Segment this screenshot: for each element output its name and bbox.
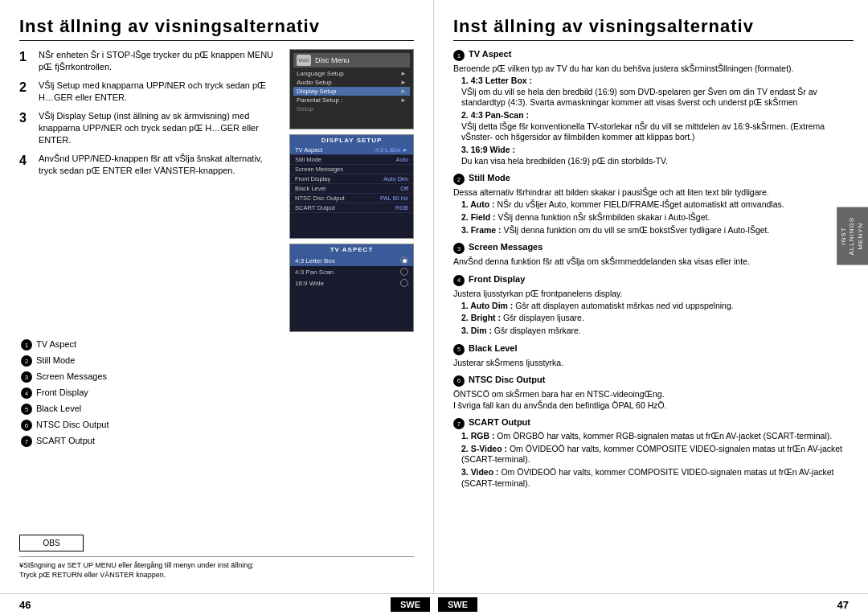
list-label-3: Screen Messages bbox=[36, 371, 414, 383]
section-1-intro: Beroende pŒ vilken typ av TV du har kan … bbox=[453, 63, 854, 74]
step-4-num: 4 bbox=[19, 153, 35, 178]
dvd-menu-topbar: DVD Disc Menu bbox=[293, 53, 410, 68]
section-3-intro: AnvŠnd denna funktion fšr att vŠlja om s… bbox=[453, 256, 854, 267]
setup-label: Setup bbox=[293, 105, 410, 113]
obs-label: OBS bbox=[43, 539, 59, 547]
section-2-heading: Still Mode bbox=[469, 173, 510, 182]
right-lang-badge: SWE bbox=[438, 597, 477, 612]
sub-2-3: 3. Frame : VŠlj denna funktion om du vil… bbox=[461, 225, 854, 236]
circle-r-6: 6 bbox=[453, 375, 465, 387]
list-label-6: NTSC Disc Output bbox=[36, 419, 414, 431]
section-5-heading: Black Level bbox=[469, 343, 518, 353]
section-still-mode: 2 Still Mode Dessa alternativ fšrhindrar… bbox=[453, 173, 854, 236]
sub-7-2: 2. S-Video : Om ÖVIDEOÖ har valts, komme… bbox=[461, 444, 854, 465]
ds-row-ntsc: NTSC Disc OutputPAL 60 Hz bbox=[290, 194, 413, 203]
circle-1: 1 bbox=[21, 339, 32, 351]
left-page-num: 46 bbox=[19, 599, 31, 611]
step-2-content: VŠlj Setup med knapparna UPP/NER och try… bbox=[39, 80, 281, 105]
circle-4: 4 bbox=[21, 387, 32, 399]
circle-7: 7 bbox=[21, 436, 32, 447]
left-lang-badge: SWE bbox=[391, 597, 430, 612]
ds-row-scart: SCART OutputRGB bbox=[290, 203, 413, 213]
step-1-content: NŠr enheten Šr i STOP-lŠge trycker du pŒ… bbox=[39, 49, 281, 74]
list-item-4: 4 Front Display bbox=[21, 387, 414, 399]
section-black-level: 5 Black Level Justerar skŠrmens ljusstyr… bbox=[453, 343, 854, 368]
obs-box: OBS bbox=[19, 535, 84, 551]
section-6-intro: ÖNTSCÖ om skŠrmen bara har en NTSC-video… bbox=[453, 388, 854, 400]
section-6-heading: NTSC Disc Output bbox=[469, 375, 545, 384]
section-3-heading: Screen Messages bbox=[469, 242, 542, 252]
menu-item-language: Language Setup► bbox=[293, 69, 410, 78]
sub-1-2: 2. 4:3 Pan-Scan :VŠlj detta lŠge fšr kon… bbox=[461, 110, 854, 143]
section-1-heading: TV Aspect bbox=[469, 49, 511, 59]
ds-row-tv-aspect: TV Aspect4:3 L-Box ► bbox=[290, 146, 413, 155]
ta-row-panscan: 4:3 Pan Scan bbox=[290, 266, 413, 277]
section-6-sub2: I švriga fall kan du anvŠnda den befintl… bbox=[453, 400, 854, 411]
page-footer: 46 SWE SWE 47 bbox=[0, 593, 868, 615]
section-tv-aspect: 1 TV Aspect Beroende pŒ vilken typ av TV… bbox=[453, 49, 854, 166]
radio-letterbox bbox=[400, 256, 408, 264]
footnote-line2: Tryck pŒ RETURN eller VÄNSTER knappen. bbox=[19, 570, 414, 580]
section-ntsc: 6 NTSC Disc Output ÖNTSCÖ om skŠrmen bar… bbox=[453, 375, 854, 411]
list-item-7: 7 SCART Output bbox=[21, 435, 414, 447]
menu-item-parental: Parental Setup :► bbox=[293, 96, 410, 105]
side-tab-text: INSTÄLLNINGSMENYN bbox=[840, 217, 864, 256]
sub-7-3: 3. Video : Om ÖVIDEOÖ har valts, kommer … bbox=[461, 467, 854, 489]
sub-4-1: 1. Auto Dim : Gšr att displayen automati… bbox=[461, 301, 854, 312]
right-title-inst: Inst bbox=[453, 16, 488, 36]
section-1-subs: 1. 4:3 Letter Box :VŠlj om du vill se he… bbox=[461, 76, 854, 166]
step-1: 1 NŠr enheten Šr i STOP-lŠge trycker du … bbox=[19, 49, 281, 74]
sub-1-3: 3. 16:9 Wide :Du kan visa hela bredbilde… bbox=[461, 145, 854, 166]
list-item-3: 3 Screen Messages bbox=[21, 371, 414, 383]
sub-4-2: 2. Bright : Gšr displayen ljusare. bbox=[461, 313, 854, 324]
circle-r-4: 4 bbox=[453, 275, 465, 286]
radio-panscan bbox=[400, 268, 408, 276]
section-2-intro: Dessa alternativ fšrhindrar att bilden s… bbox=[453, 187, 854, 198]
step-2: 2 VŠlj Setup med knapparna UPP/NER och t… bbox=[19, 80, 281, 105]
menu-item-display: Display Setup► bbox=[293, 87, 410, 96]
page-container: Inst ällning av visningsalternativ 1 NŠr… bbox=[0, 0, 868, 593]
circle-r-2: 2 bbox=[453, 174, 465, 185]
circle-r-3: 3 bbox=[453, 243, 465, 254]
circle-3: 3 bbox=[21, 371, 32, 383]
section-7-heading: SCART Output bbox=[469, 417, 530, 427]
ds-row-screen-messages: Screen Messages bbox=[290, 165, 413, 174]
section-4-intro: Justera ljusstyrkan pŒ frontpanelens dis… bbox=[453, 288, 854, 299]
circle-5: 5 bbox=[21, 404, 32, 415]
list-label-5: Black Level bbox=[36, 403, 414, 415]
section-4-heading: Front Display bbox=[469, 274, 525, 284]
right-content: 1 TV Aspect Beroende pŒ vilken typ av TV… bbox=[453, 49, 854, 580]
display-setup-screen: DISPLAY SETUP TV Aspect4:3 L-Box ► Still… bbox=[289, 134, 414, 239]
list-item-5: 5 Black Level bbox=[21, 403, 414, 415]
section-7-subs: 1. RGB : Om ÖRGBÖ har valts, kommer RGB-… bbox=[461, 431, 854, 489]
sub-2-1: 1. Auto : NŠr du vŠljer Auto, kommer FIE… bbox=[461, 199, 854, 211]
display-setup-title: DISPLAY SETUP bbox=[290, 135, 413, 146]
ta-row-letterbox: 4:3 Letter Box bbox=[290, 255, 413, 266]
right-page-num: 47 bbox=[837, 599, 849, 611]
left-title-rest: ällning av visningsalternativ bbox=[54, 16, 320, 36]
tv-aspect-title: TV ASPECT bbox=[290, 244, 413, 255]
list-item-6: 6 NTSC Disc Output bbox=[21, 419, 414, 431]
numbered-list: 1 TV Aspect 2 Still Mode 3 Screen Messag… bbox=[21, 338, 414, 451]
section-5-intro: Justerar skŠrmens ljusstyrka. bbox=[453, 357, 854, 368]
step-3-num: 3 bbox=[19, 110, 35, 147]
right-page: Inst ällning av visningsalternativ 1 TV … bbox=[434, 0, 868, 593]
right-title-rest: ällning av visningsalternativ bbox=[488, 16, 754, 36]
footnote-line1: ¥Stšngning av SET UP MENU eller återgång… bbox=[19, 560, 414, 571]
step-2-num: 2 bbox=[19, 80, 35, 105]
list-item-1: 1 TV Aspect bbox=[21, 338, 414, 351]
sub-2-2: 2. Field : VŠlj denna funktion nŠr skŠrm… bbox=[461, 212, 854, 223]
section-front-display: 4 Front Display Justera ljusstyrkan pŒ f… bbox=[453, 274, 854, 337]
list-label-2: Still Mode bbox=[36, 355, 414, 367]
list-label-7: SCART Output bbox=[36, 435, 414, 447]
radio-wide bbox=[400, 279, 408, 287]
circle-r-7: 7 bbox=[453, 418, 465, 429]
step-3-content: VŠlj Display Setup (inst ällning av sk ä… bbox=[39, 110, 281, 147]
ds-row-still-mode: Still ModeAuto bbox=[290, 155, 413, 165]
dvd-icon: DVD bbox=[297, 55, 311, 66]
left-page-title: Inst ällning av visningsalternativ bbox=[19, 16, 414, 41]
side-tab: INSTÄLLNINGSMENYN bbox=[837, 207, 868, 265]
dvd-menu-screen: DVD Disc Menu Language Setup► Audio Setu… bbox=[289, 49, 414, 129]
list-label-4: Front Display bbox=[36, 387, 414, 399]
circle-r-1: 1 bbox=[453, 50, 465, 61]
